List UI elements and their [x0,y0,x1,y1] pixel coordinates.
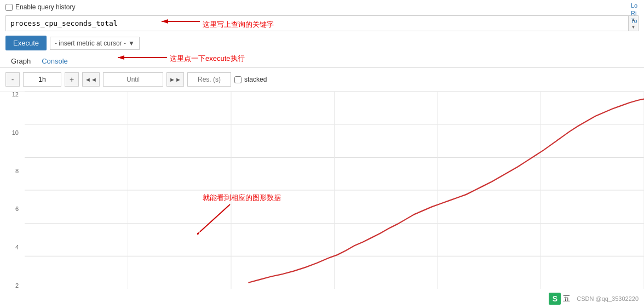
arrow-svg-2 [115,51,170,65]
y-label-2: 2 [0,283,22,289]
back-button[interactable]: ◄◄ [82,72,100,87]
query-input[interactable]: process_cpu_seconds_total [6,16,628,31]
query-input-wrapper: process_cpu_seconds_total ▲ ▼ [5,15,639,31]
tab-console-label: Console [42,57,68,65]
y-label-10: 10 [0,130,22,136]
stacked-checkbox[interactable] [234,76,242,83]
query-history-label: Enable query history [15,3,75,11]
top-bar: Enable query history [0,0,644,13]
enable-query-history[interactable]: Enable query history [5,3,75,11]
annotation-query-keyword: 这里写上查询的关键字 [203,20,274,30]
right-link-3[interactable]: To [631,18,642,24]
minus-button[interactable]: - [5,72,20,87]
right-link-2[interactable]: Ri [631,10,642,16]
csdn-copyright: CSDN @qq_35302220 [577,295,639,302]
annotation-graph: 就能看到相应的图形数据 [203,193,281,203]
execute-row: Execute - insert metric at cursor - ▼ [0,33,644,53]
stacked-checkbox-wrap: stacked [234,76,267,83]
forward-button[interactable]: ►► [166,72,184,87]
y-label-6: 6 [0,206,22,212]
csdn-logo: S [549,293,561,305]
y-label-12: 12 [0,92,22,98]
csdn-badge: S 五 CSDN @qq_35302220 [549,293,639,305]
arrow-svg-1 [159,13,203,30]
svg-line-17 [200,204,230,232]
plus-button[interactable]: + [65,72,79,87]
chart-line [248,99,644,283]
arrow-svg-3 [197,202,252,235]
tab-graph[interactable]: Graph [5,55,36,67]
chart-area: 2 4 6 8 10 12 [0,92,644,289]
right-link-1[interactable]: Lo [631,2,642,9]
metric-selector-label: - insert metric at cursor - [55,39,126,47]
y-label-4: 4 [0,244,22,250]
tab-graph-label: Graph [11,57,31,65]
tab-console[interactable]: Console [36,55,73,67]
query-history-checkbox[interactable] [5,4,13,11]
duration-input[interactable] [23,72,61,87]
line-chart-svg [25,92,644,289]
right-panel: Lo Ri To [629,0,644,26]
y-axis: 2 4 6 8 10 12 [0,92,22,289]
y-label-8: 8 [0,168,22,174]
stacked-label: stacked [244,76,267,83]
query-row: process_cpu_seconds_total ▲ ▼ [0,13,644,33]
annotation-graph-text: 就能看到相应的图形数据 [203,193,281,202]
csdn-text: 五 [563,294,570,304]
controls-row: - + ◄◄ ►► stacked [0,68,644,92]
page-wrapper: Enable query history process_cpu_seconds… [0,0,644,308]
metric-selector[interactable]: - insert metric at cursor - ▼ [50,37,140,50]
annotation-2-text: 这里点一下execute执行 [170,54,245,62]
resolution-input[interactable] [187,72,231,87]
annotation-execute: 这里点一下execute执行 [170,54,245,64]
annotation-1-text: 这里写上查询的关键字 [203,20,274,28]
tabs-row: Graph Console [0,53,644,68]
metric-selector-arrow: ▼ [128,39,135,47]
until-input[interactable] [103,72,163,87]
execute-button[interactable]: Execute [5,36,47,50]
